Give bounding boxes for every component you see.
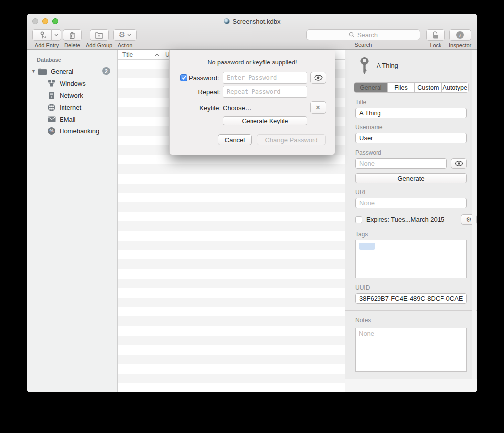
password-field-label: Password: (189, 74, 219, 82)
sidebar-group-label: General (51, 68, 73, 75)
toolbar: Add Entry Delete (27, 29, 477, 50)
sidebar-item-label: EMail (60, 116, 76, 123)
search-placeholder: Search (357, 31, 378, 39)
add-group-label: Add Group (86, 42, 112, 48)
repeat-field-label: Repeat: (198, 88, 221, 96)
sort-ascending-icon (155, 53, 159, 56)
password-checkbox[interactable] (180, 74, 187, 81)
expires-label: Expires: Tues...March 2015 (366, 216, 457, 223)
eye-icon (314, 75, 323, 81)
uuid-label: UUID (355, 284, 477, 291)
inspector-label: Inspector (449, 42, 471, 48)
chevron-down-icon (54, 34, 58, 36)
lock-label: Lock (430, 42, 441, 48)
key-icon (359, 57, 370, 74)
gear-icon: ⚙ (119, 31, 125, 39)
trash-icon (69, 31, 76, 39)
entry-count-badge: 2 (102, 67, 110, 75)
app-window: Screenshot.kdbx (27, 14, 477, 392)
window-title: Screenshot.kdbx (233, 18, 281, 25)
key-plus-icon (38, 31, 46, 39)
keyfile-selected-value: Choose… (223, 104, 252, 112)
cancel-button[interactable]: Cancel (218, 134, 252, 145)
reveal-password-button[interactable] (451, 158, 467, 169)
entry-title: A Thing (377, 62, 398, 69)
tab-autotype[interactable]: Autotype (441, 83, 468, 92)
lock-button[interactable] (426, 29, 445, 41)
sidebar-item-label: Network (60, 92, 83, 99)
tab-files[interactable]: Files (387, 83, 414, 92)
sidebar-item-internet[interactable]: Internet (27, 101, 117, 113)
title-label: Title (355, 99, 477, 106)
tags-label: Tags (355, 231, 477, 238)
sidebar-item-label: Internet (60, 104, 81, 111)
username-label: Username (355, 124, 477, 131)
add-entry-dropdown-button[interactable] (52, 29, 61, 41)
keyfile-field-label: Keyfile: (199, 104, 221, 112)
inspector-tabs: General Files Custom Autotype (354, 82, 469, 93)
document-proxy-icon (224, 18, 230, 24)
gear-icon: ⚙ (466, 216, 472, 223)
notes-input[interactable] (355, 328, 467, 372)
reveal-password-button[interactable] (310, 72, 326, 84)
uuid-input[interactable] (355, 293, 467, 304)
search-label: Search (355, 42, 372, 48)
action-label: Action (118, 42, 133, 48)
repeat-password-input[interactable] (223, 86, 307, 98)
server-icon (47, 91, 56, 99)
inspector-panel: A Thing General Files Custom Autotype Ti… (345, 50, 477, 392)
sidebar-item-network[interactable]: Network (27, 89, 117, 101)
inspector-scrollbar[interactable] (472, 50, 476, 392)
close-x-icon: × (316, 104, 320, 112)
disclosure-triangle-icon[interactable]: ▼ (31, 69, 37, 74)
folder-plus-icon (95, 32, 103, 39)
clear-keyfile-button[interactable]: × (310, 101, 326, 114)
generate-password-button[interactable]: Generate (355, 173, 467, 183)
search-input[interactable]: Search (306, 29, 420, 40)
search-icon (349, 32, 355, 38)
eye-icon (455, 161, 463, 166)
sidebar-group-general[interactable]: ▼ General 2 (27, 65, 117, 77)
tab-custom[interactable]: Custom (414, 83, 441, 92)
url-label: URL (355, 189, 477, 196)
sidebar-header: Database (37, 57, 117, 62)
dialog-message: No password or keyfile supplied! (170, 59, 335, 66)
inspector-button[interactable]: i (449, 29, 471, 41)
add-entry-label: Add Entry (35, 42, 59, 48)
chevron-down-icon (127, 34, 131, 36)
sidebar-item-email[interactable]: EMail (27, 113, 117, 125)
folder-icon (38, 67, 47, 75)
delete-button[interactable] (63, 29, 82, 41)
expires-checkbox[interactable] (355, 216, 362, 223)
globe-icon (47, 103, 56, 111)
sidebar: Database ▼ General 2 Windows Network (27, 50, 118, 392)
change-password-button[interactable]: Change Password (257, 134, 326, 145)
column-header-username[interactable]: U (162, 51, 170, 58)
generate-keyfile-button[interactable]: Generate Keyfile (223, 116, 307, 125)
window-chrome: Screenshot.kdbx (27, 14, 477, 50)
sidebar-item-windows[interactable]: Windows (27, 77, 117, 89)
password-input[interactable] (355, 158, 447, 169)
windows-network-icon (47, 79, 56, 87)
column-header-title[interactable]: Title (118, 51, 162, 58)
envelope-icon (47, 115, 56, 123)
add-group-button[interactable] (90, 29, 109, 41)
titlebar: Screenshot.kdbx (27, 14, 477, 29)
info-icon: i (456, 31, 464, 39)
tags-field[interactable] (355, 240, 467, 278)
unlocked-padlock-icon (432, 31, 440, 39)
username-input[interactable] (355, 133, 467, 143)
title-input[interactable] (355, 108, 467, 118)
sidebar-item-homebanking[interactable]: % Homebanking (27, 125, 117, 137)
enter-password-input[interactable] (223, 72, 307, 84)
tag-token[interactable] (359, 243, 375, 250)
sidebar-item-label: Homebanking (60, 127, 99, 135)
keyfile-popup-button[interactable]: Choose… (223, 102, 318, 113)
tab-general[interactable]: General (354, 83, 387, 92)
checkmark-icon (182, 76, 186, 80)
url-input[interactable] (355, 198, 467, 208)
add-entry-button[interactable] (32, 29, 52, 41)
section-divider (345, 310, 477, 311)
action-button[interactable]: ⚙ (113, 29, 137, 41)
percent-icon: % (47, 127, 56, 135)
